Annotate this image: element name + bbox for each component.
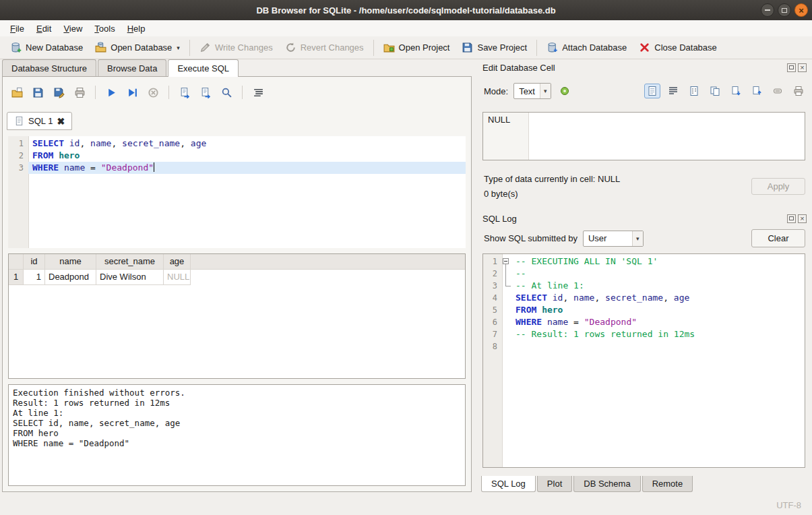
undock-log-icon[interactable] [787, 214, 796, 223]
mode-settings-button[interactable] [557, 84, 573, 98]
execute-current-line-icon [127, 87, 138, 98]
close-log-icon[interactable]: × [798, 214, 807, 223]
sql-editor-toolbar [8, 84, 466, 101]
toolbar-new-database-button[interactable]: New Database [4, 40, 89, 55]
mode-select[interactable]: Text ▾ [513, 83, 551, 99]
toolbar-write-changes-button[interactable]: Write Changes [193, 40, 279, 55]
menu-edit[interactable]: Edit [30, 22, 57, 36]
cell-edit-icons [644, 84, 807, 98]
sql-log-header: SQL Log × [482, 212, 807, 224]
execute-all-button[interactable] [102, 84, 120, 100]
code-line: 4SELECT id, name, secret_name, age [483, 292, 805, 304]
grid-corner[interactable] [9, 254, 24, 270]
set-null-button[interactable] [770, 84, 786, 98]
main-toolbar: New DatabaseOpen Database▾Write ChangesR… [0, 36, 812, 59]
word-wrap-button[interactable] [665, 84, 681, 98]
apply-button[interactable]: Apply [751, 178, 805, 195]
bottom-tab-sql-log[interactable]: SQL Log [481, 476, 536, 492]
open-database-icon [95, 42, 106, 53]
row-number[interactable]: 1 [9, 270, 24, 285]
execute-sql-panel: SQL 1 ✖ 1SELECT id, name, secret_name, a… [2, 76, 472, 492]
fold-line [502, 280, 511, 292]
print-sql-button[interactable] [71, 84, 88, 100]
line-number: 6 [483, 316, 502, 328]
close-window-button[interactable]: × [794, 3, 808, 17]
print-cell-button[interactable] [790, 84, 807, 98]
toolbar-attach-database-button[interactable]: Attach Database [540, 40, 633, 55]
fold-marker[interactable] [502, 255, 511, 268]
word-wrap-icon [668, 86, 679, 96]
sql-tab-close-icon[interactable]: ✖ [57, 117, 65, 126]
maximize-button[interactable] [778, 3, 791, 17]
header-filler [191, 254, 465, 270]
new-database-icon [10, 42, 22, 53]
tab-execute-sql[interactable]: Execute SQL [168, 59, 239, 77]
column-header-age[interactable]: age [164, 254, 191, 270]
line-number: 1 [483, 255, 502, 268]
open-sql-file-button[interactable] [8, 84, 26, 100]
close-panel-icon[interactable]: × [798, 63, 807, 72]
column-header-secret-name[interactable]: secret_name [96, 254, 164, 270]
write-changes-icon [199, 42, 211, 53]
window-title: DB Browser for SQLite - /home/user/code/… [256, 5, 555, 16]
window-controls: × [757, 3, 808, 17]
column-header-name[interactable]: name [45, 254, 96, 270]
menu-help[interactable]: Help [121, 22, 152, 36]
toolbar-open-project-button[interactable]: Open Project [377, 40, 456, 55]
toolbar-button-label: Open Project [399, 42, 450, 53]
menu-tools[interactable]: Tools [88, 22, 121, 36]
stop-button[interactable] [144, 84, 162, 100]
binary-view-button[interactable] [686, 84, 702, 98]
chevron-down-icon: ▾ [540, 84, 551, 98]
line-number: 5 [483, 304, 502, 316]
encoding-label: UTF-8 [776, 500, 801, 510]
cell-id[interactable]: 1 [24, 270, 45, 285]
toolbar-revert-changes-button[interactable]: Revert Changes [279, 40, 370, 55]
export-cell-button[interactable] [749, 84, 765, 98]
sql-tab-label: SQL 1 [28, 116, 53, 126]
export-csv-button[interactable] [176, 84, 193, 100]
copy-cell-button[interactable] [707, 84, 723, 98]
clear-log-button[interactable]: Clear [751, 229, 805, 247]
fold-gutter [502, 292, 511, 304]
save-sql-as-button[interactable] [50, 84, 67, 100]
mode-value: Text [519, 86, 535, 96]
open-sql-file-icon [11, 87, 23, 98]
toolbar-close-database-button[interactable]: Close Database [633, 40, 723, 55]
maximize-icon [782, 8, 787, 13]
text-view-button[interactable] [644, 84, 660, 98]
save-sql-file-button[interactable] [29, 84, 46, 100]
code-line: 1SELECT id, name, secret_name, age [8, 138, 466, 150]
titlebar[interactable]: DB Browser for SQLite - /home/user/code/… [0, 0, 812, 20]
menu-file[interactable]: File [4, 22, 30, 36]
save-results-button[interactable] [197, 84, 214, 100]
sql-tab[interactable]: SQL 1 ✖ [7, 112, 72, 130]
tab-database-structure[interactable]: Database Structure [2, 59, 96, 76]
import-cell-icon [730, 86, 741, 96]
cell-name[interactable]: Deadpond [45, 270, 96, 285]
toolbar-open-database-button[interactable]: Open Database▾ [89, 40, 186, 55]
format-sql-button[interactable] [249, 84, 267, 100]
undock-panel-icon[interactable] [787, 63, 796, 72]
cell-age[interactable]: NULL [164, 270, 191, 285]
find-replace-button[interactable] [218, 84, 235, 100]
execute-current-line-button[interactable] [123, 84, 141, 100]
column-header-id[interactable]: id [24, 254, 45, 270]
bottom-tab-plot[interactable]: Plot [537, 476, 572, 492]
minimize-button[interactable] [761, 3, 774, 17]
bottom-tab-db-schema[interactable]: DB Schema [573, 476, 640, 492]
sql-editor[interactable]: 1SELECT id, name, secret_name, age2FROM … [8, 136, 466, 248]
left-panel: Database StructureBrowse DataExecute SQL… [0, 59, 476, 495]
minimize-icon [765, 9, 770, 11]
sql-log-box[interactable]: 1-- EXECUTING ALL IN 'SQL 1'2--3-- At li… [482, 253, 805, 468]
tab-browse-data[interactable]: Browse Data [98, 59, 166, 76]
set-null-icon [772, 86, 783, 96]
bottom-tab-remote[interactable]: Remote [642, 476, 693, 492]
cell-editor[interactable]: NULL [482, 112, 805, 160]
import-cell-button[interactable] [728, 84, 744, 98]
cell-secret-name[interactable]: Dive Wilson [96, 270, 164, 285]
dropdown-caret-icon[interactable]: ▾ [177, 44, 180, 51]
toolbar-save-project-button[interactable]: Save Project [456, 40, 533, 55]
menu-view[interactable]: View [57, 22, 88, 36]
log-filter-select[interactable]: User ▾ [583, 231, 644, 247]
